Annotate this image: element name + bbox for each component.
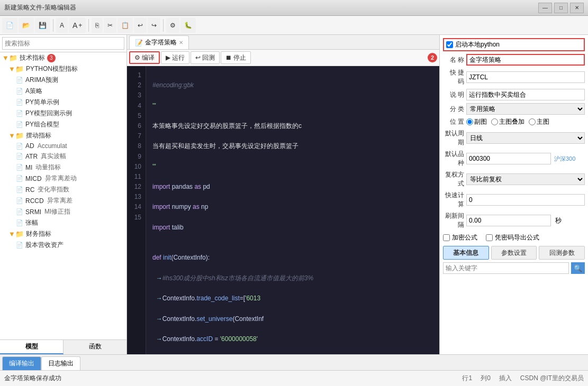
sidebar-item-srmi[interactable]: 📄 SRMI MI修正指 (0, 206, 126, 217)
copy-button[interactable]: ⎘ (92, 18, 103, 33)
keyword-search-row: 🔍 (443, 262, 585, 274)
file-icon-srmi: 📄 (16, 208, 23, 215)
tree-label-mi: MI (25, 164, 32, 171)
sidebar-item-arima[interactable]: 📄 ARIMA预测 (0, 75, 126, 86)
sidebar-item-jishu[interactable]: ▼📁 技术指标 3 (0, 52, 126, 63)
badge-3: 3 (47, 54, 56, 62)
keyword-input[interactable] (443, 262, 569, 274)
cut-button[interactable]: ✂ (104, 18, 116, 33)
status-message: 金字塔策略保存成功 (4, 374, 61, 383)
tree-desc-atr: 真实波幅 (41, 152, 66, 161)
backtest-tab-button[interactable]: 回测参数 (539, 246, 585, 260)
compile-button[interactable]: ⚙ 编译 (129, 51, 160, 64)
font-smaller-button[interactable]: A (56, 18, 68, 33)
tree-desc-srmi: MI修正指 (44, 207, 70, 216)
sidebar: ▼📁 技术指标 3 ▼📁 PYTHON模型指标 📄 ARIMA预测 📄 A策略 … (0, 35, 127, 354)
encrypt-checkbox[interactable] (443, 234, 450, 241)
titlebar-title: 新建策略文件-策略编辑器 (4, 3, 538, 12)
code-editor: 12345 678910 1112131415 #encoding:gbk ''… (127, 66, 439, 354)
stop-button[interactable]: ⏹ 停止 (221, 51, 251, 64)
category-select[interactable]: 常用策略 (466, 103, 585, 115)
run-icon: ▶ (166, 54, 170, 61)
replay-select[interactable]: 等比前复权 (466, 173, 585, 185)
open-button[interactable]: 📂 (19, 18, 34, 33)
new-button[interactable]: 📄 (2, 18, 17, 33)
tree-label-a: A策略 (25, 87, 42, 96)
sidebar-item-py3[interactable]: 📄 PY组合模型 (0, 119, 126, 130)
compile-icon: ⚙ (134, 54, 140, 61)
redo-button[interactable]: ↪ (148, 18, 160, 33)
symbol-input[interactable] (466, 153, 551, 164)
sidebar-item-baidong[interactable]: ▼📁 摆动指标 (0, 130, 126, 141)
sidebar-tab-func[interactable]: 函数 (64, 340, 126, 354)
sidebar-item-micd[interactable]: 📄 MICD 异常离差动 (0, 173, 126, 184)
tree-label-zhangfu: 张幅 (25, 218, 38, 227)
sidebar-item-py2[interactable]: 📄 PY模型回测示例 (0, 108, 126, 119)
tree-label-srmi: SRMI (25, 208, 41, 216)
fast-calc-input[interactable] (466, 194, 585, 206)
period-row: 默认周期 日线 (443, 129, 585, 147)
tree-desc-rc: 变化率指数 (38, 185, 69, 194)
run-button[interactable]: ▶ 运行 (161, 51, 189, 64)
backtest-button[interactable]: ↩ 回测 (191, 51, 220, 64)
stop-icon: ⏹ (225, 54, 232, 61)
search-input[interactable] (2, 37, 124, 50)
statusbar-right: 行1 列0 插入 CSDN @IT里的交易员 (462, 374, 584, 383)
shortcut-row: 快 捷 码 (443, 68, 585, 86)
minimize-button[interactable]: — (538, 3, 552, 13)
shortcut-input[interactable] (466, 71, 585, 83)
sidebar-item-zhangfu[interactable]: 📄 张幅 (0, 217, 126, 228)
bottom-tabs: 编译输出 日志输出 (0, 354, 588, 370)
tab-close-icon[interactable]: ✕ (179, 40, 183, 45)
toolbar: 📄 📂 💾 A A+ ⎘ ✂ 📋 ↩ ↪ ⚙ 🐛 (0, 16, 588, 35)
position-fuju[interactable]: 副图 (466, 117, 487, 126)
refresh-input[interactable] (466, 215, 551, 226)
folder-icon-caiwu: ▼📁 (8, 230, 24, 238)
editor-tab-main[interactable]: 📝 金字塔策略 ✕ (129, 35, 189, 49)
keyword-search-button[interactable]: 🔍 (571, 262, 585, 274)
run-options-button[interactable]: ⚙ (166, 18, 179, 33)
undo-button[interactable]: ↩ (134, 18, 147, 33)
params-tab-button[interactable]: 参数设置 (491, 246, 537, 260)
position-zhitu[interactable]: 主图 (529, 117, 549, 126)
enable-python-checkbox[interactable] (446, 41, 453, 48)
enable-python-row: 启动本地python (443, 38, 585, 51)
basic-tab-button[interactable]: 基本信息 (443, 246, 489, 260)
sidebar-item-rccd[interactable]: 📄 RCCD 异常离差 (0, 195, 126, 206)
sidebar-item-atr[interactable]: 📄 ATR 真实波幅 (0, 151, 126, 162)
sidebar-item-caiwu[interactable]: ▼📁 财务指标 (0, 228, 126, 240)
sidebar-tab-model[interactable]: 模型 (0, 340, 64, 354)
paste-button[interactable]: 📋 (117, 18, 133, 33)
file-icon-rccd: 📄 (16, 197, 23, 204)
name-input[interactable] (466, 54, 585, 66)
tree-label-ad: AD (25, 142, 34, 150)
code-content[interactable]: #encoding:gbk ''' 本策略事先设定好交易的股票篮子，然后根据指数… (146, 66, 439, 354)
password-checkbox[interactable] (486, 234, 493, 241)
sidebar-item-a[interactable]: 📄 A策略 (0, 86, 126, 97)
sidebar-item-mi[interactable]: 📄 MI 动量指标 (0, 162, 126, 173)
name-label: 名 称 (443, 56, 464, 65)
file-icon-ad: 📄 (16, 143, 23, 150)
enable-python-label: 启动本地python (455, 40, 500, 49)
maximize-button[interactable]: □ (554, 3, 568, 13)
desc-input[interactable] (466, 89, 585, 100)
position-zhutudiejia[interactable]: 主图叠加 (491, 117, 524, 126)
sidebar-item-guben[interactable]: 📄 股本营收资产 (0, 240, 126, 251)
separator3 (163, 19, 164, 32)
close-button[interactable]: ✕ (570, 3, 584, 13)
period-select[interactable]: 日线 (466, 132, 585, 144)
tree-label-jishu: 技术指标 (20, 53, 45, 62)
tree-desc-rccd: 异常离差 (47, 196, 73, 205)
tree-label-caiwu: 财务指标 (26, 229, 51, 238)
debug-button[interactable]: 🐛 (180, 18, 196, 33)
font-larger-button[interactable]: A+ (69, 18, 86, 33)
sidebar-item-python[interactable]: ▼📁 PYTHON模型指标 (0, 63, 126, 75)
search-box (0, 35, 126, 52)
sidebar-item-rc[interactable]: 📄 RC 变化率指数 (0, 184, 126, 195)
tree-desc-ad: Accumulat (38, 142, 67, 150)
compile-output-tab[interactable]: 编译输出 (2, 356, 41, 370)
save-button[interactable]: 💾 (35, 18, 50, 33)
sidebar-item-py1[interactable]: 📄 PY简单示例 (0, 97, 126, 108)
sidebar-item-ad[interactable]: 📄 AD Accumulat (0, 141, 126, 151)
log-output-tab[interactable]: 日志输出 (41, 356, 80, 370)
